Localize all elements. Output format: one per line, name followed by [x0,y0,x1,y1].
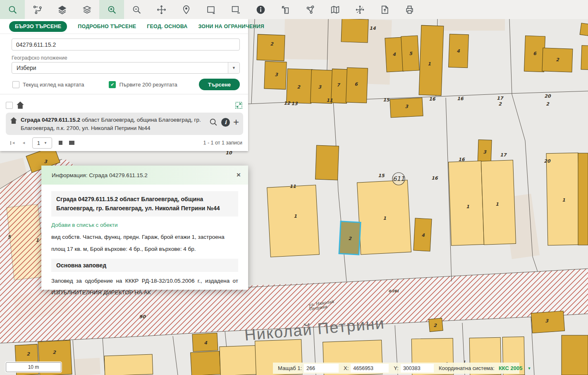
search-button[interactable]: Търсене [199,79,240,90]
check-icon: ✔ [110,82,114,87]
coordinates-icon[interactable] [347,0,372,19]
parcel-number-label: 2 [498,101,502,107]
scale-label: Мащаб 1: [278,365,302,371]
search-tabs: БЪРЗО ТЪРСЕНЕ ПОДРОБНО ТЪРСЕНЕ ГЕОД. ОСН… [0,19,248,34]
geo-location-select[interactable]: Избери ▼ [12,62,240,74]
extent-remove-icon[interactable] [223,0,248,19]
crs-label: Координатна система: [439,365,495,371]
quarter-number-label: 611 [393,175,405,183]
measure-icon[interactable] [273,0,298,19]
extent-select-icon[interactable] [198,0,223,19]
x-coordinate-input[interactable] [351,364,389,373]
parcel-number-label: 1 [36,238,39,243]
tab-quick-search[interactable]: БЪРЗО ТЪРСЕНЕ [9,21,67,32]
parcel-number-label: 20 [544,94,551,99]
parcel-number-label: 14 [369,26,376,31]
map-building[interactable] [448,161,484,246]
page-select[interactable]: 1 ▼ [32,137,52,149]
parcel-number-label: 2 [348,236,352,241]
map-building[interactable] [580,23,588,36]
parcel-number-label: 3 [275,72,278,77]
map-building[interactable] [104,354,153,375]
next-page-icon: ► [59,141,62,145]
parcel-number-label: 2 [556,57,559,62]
last-page-icon: ► [69,141,73,145]
crs-select[interactable]: ККС 2005 [499,365,523,371]
result-zoom-icon[interactable] [209,118,218,127]
parcel-number-label: 17 [500,152,507,158]
pan-icon[interactable] [149,0,174,19]
export-icon[interactable] [372,0,397,19]
map-building[interactable] [581,46,588,70]
result-actions: i + [209,118,239,127]
map-building[interactable] [341,19,368,43]
parcel-number-label: 1 [428,61,431,67]
result-item[interactable]: Сграда 04279.611.15.2 област Благоевград… [6,113,243,135]
pager-next-button[interactable]: ► [59,141,62,145]
parcel-number-label: 1 [495,202,499,207]
parcel-number-label: 16 [458,157,465,162]
layer-stack-icon[interactable] [74,0,99,19]
parcel-number-label: 2 [270,41,274,47]
map-scale-bar: 10 m [6,362,61,372]
pager-first-button[interactable]: ◄ [10,141,15,145]
map-building[interactable] [257,34,285,61]
print-icon[interactable] [397,0,422,19]
parcel-number-label: 3 [545,318,549,324]
map-building[interactable] [316,145,339,180]
tab-detailed-search[interactable]: ПОДРОБНО ТЪРСЕНЕ [78,24,136,29]
parcel-number-label: 15 [378,173,385,178]
parcel-number-label: 15 [383,97,390,103]
route-icon[interactable] [25,0,50,19]
pagination: ◄ ◄ 1 ▼ ► ► 1 - 1 от 1 записи [10,137,242,149]
parcel-number-label: 2 [26,351,30,357]
chevron-down-icon[interactable]: ▼ [528,366,531,370]
parcel-number-label: 16 [457,96,464,101]
search-options-row: Текущ изглед на картата ✔ Първите 200 ре… [12,78,243,91]
result-info-icon[interactable]: i [221,118,230,127]
add-to-object-list-link[interactable]: Добави в списък с обекти [51,222,238,228]
parcel-number-label: 7 [337,82,340,88]
parcel-area [440,19,505,31]
select-all-checkbox[interactable] [6,102,13,109]
tab-geodetic-basis[interactable]: ГЕОД. ОСНОВА [147,24,187,29]
search-icon[interactable] [0,0,25,19]
pager-last-button[interactable]: ► [69,141,74,145]
tab-restriction-zones[interactable]: ЗОНИ НА ОГРАНИЧЕНИЯ [198,24,264,29]
result-id: Сграда 04279.611.15.2 [21,117,80,123]
map-building[interactable] [220,345,261,375]
pager-summary: 1 - 1 от 1 записи [203,140,242,146]
map-building[interactable] [267,185,320,257]
search-input[interactable] [12,38,240,50]
parcel-area [74,358,100,375]
share-nodes-icon[interactable] [298,0,323,19]
scale-input[interactable] [304,364,339,373]
chevron-down-icon[interactable]: ▼ [228,62,239,73]
map-building[interactable] [578,153,588,245]
parcel-number-label: 1 [562,197,565,203]
y-coordinate-input[interactable] [401,364,434,373]
zoom-out-icon[interactable] [124,0,149,19]
toolbar [0,0,588,19]
close-icon[interactable]: × [237,171,241,179]
location-icon[interactable] [174,0,198,19]
current-view-label: Текущ изглед на картата [23,82,84,88]
pager-prev-button[interactable]: ◄ [22,141,26,145]
parcel-number-label: 6 [533,51,537,56]
expand-results-icon[interactable] [235,102,242,109]
result-add-icon[interactable]: + [233,118,239,126]
app-window: 6112323761445146216161722021213111531011… [0,0,588,375]
parcel-number-label: 1 [466,204,469,209]
map-building[interactable] [191,351,221,375]
current-view-checkbox[interactable] [12,81,19,88]
parcel-number-label: 13 [291,101,298,106]
layers-icon[interactable] [50,0,74,19]
map-building[interactable] [562,335,588,375]
map-building[interactable] [419,25,444,96]
map-icon[interactable] [323,0,347,19]
first200-checkbox[interactable]: ✔ [109,81,116,88]
parcel-number-label: 6 [354,82,358,87]
info-icon[interactable] [248,0,273,19]
y-label: Y: [394,365,399,371]
zoom-in-icon[interactable] [99,0,124,19]
